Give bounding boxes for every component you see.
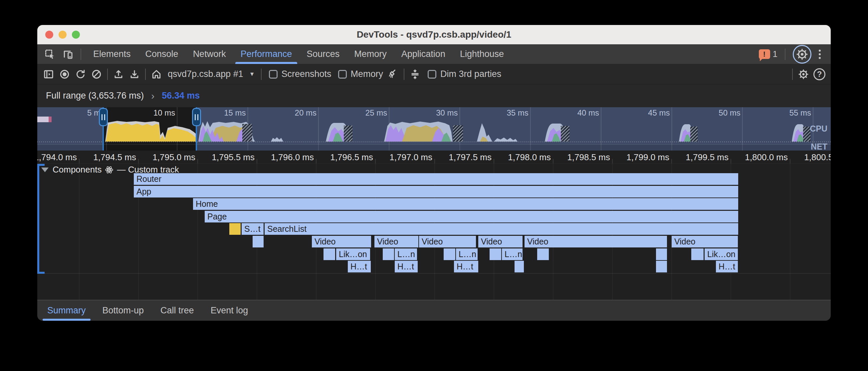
minimize-window-button[interactable] bbox=[59, 31, 67, 39]
clear-icon[interactable] bbox=[89, 66, 104, 82]
tab-lighthouse[interactable]: Lighthouse bbox=[453, 44, 511, 64]
bottom-tab-event-log[interactable]: Event log bbox=[205, 301, 254, 321]
flame-bar[interactable] bbox=[490, 249, 501, 260]
flame-bar[interactable] bbox=[537, 249, 549, 260]
flame-bar-label: Home bbox=[193, 198, 738, 210]
flame-bar-label: L…n bbox=[395, 249, 417, 260]
issues-icon: ! bbox=[759, 49, 770, 59]
cpu-track-label: CPU bbox=[810, 124, 827, 134]
flame-bar[interactable] bbox=[253, 236, 264, 248]
net-track-label: NET bbox=[811, 142, 827, 150]
bottom-tab-summary[interactable]: Summary bbox=[42, 301, 91, 321]
home-icon[interactable] bbox=[149, 66, 164, 82]
help-icon[interactable]: ? bbox=[811, 66, 827, 82]
flame-bar-label: H…t bbox=[716, 261, 738, 273]
bottom-tab-call-tree[interactable]: Call tree bbox=[155, 301, 199, 321]
breadcrumb-full-range[interactable]: Full range (3,653.76 ms) bbox=[46, 91, 144, 101]
issues-count: 1 bbox=[773, 49, 777, 59]
close-window-button[interactable] bbox=[45, 31, 53, 39]
flame-bar[interactable] bbox=[229, 223, 241, 235]
flame-bar[interactable] bbox=[515, 261, 524, 273]
issues-badge[interactable]: ! 1 bbox=[759, 49, 777, 59]
flame-bar[interactable] bbox=[691, 249, 704, 260]
divider bbox=[785, 49, 785, 60]
tab-elements[interactable]: Elements bbox=[86, 44, 138, 64]
breadcrumb-selected-range[interactable]: 56.34 ms bbox=[162, 91, 200, 101]
grid-column bbox=[79, 164, 80, 300]
flame-bar-label: L…n bbox=[456, 249, 477, 260]
flame-bar-app[interactable]: App bbox=[134, 186, 738, 198]
flame-bar-video[interactable]: Video bbox=[525, 236, 667, 248]
selection-right-grip[interactable] bbox=[192, 108, 201, 126]
flame-bar[interactable] bbox=[656, 261, 667, 273]
download-profile-icon[interactable] bbox=[126, 66, 143, 82]
chevron-right-icon: › bbox=[151, 90, 154, 102]
flame-bar-ln[interactable]: L…n bbox=[502, 249, 523, 260]
chevron-down-icon: ▼ bbox=[249, 71, 255, 78]
flame-bar[interactable] bbox=[656, 249, 667, 260]
track-bottom-line bbox=[37, 273, 831, 274]
settings-button[interactable] bbox=[793, 45, 811, 64]
grid-column bbox=[790, 164, 790, 300]
minimap[interactable]: CPU NET 5 ms10 ms15 ms20 ms25 ms30 ms35 … bbox=[37, 107, 831, 150]
flame-bar-label: Video bbox=[419, 236, 476, 248]
divider bbox=[792, 68, 793, 80]
flame-bar-video[interactable]: Video bbox=[419, 236, 476, 248]
tab-bar-left-icons bbox=[37, 44, 84, 64]
target-selector[interactable]: qsvd7p.csb.app #1 ▼ bbox=[164, 69, 258, 79]
flame-bar-likon[interactable]: Lik…on bbox=[705, 249, 738, 260]
cpu-overview-chart bbox=[37, 107, 831, 150]
more-options-icon[interactable] bbox=[816, 50, 824, 59]
collapse-triangle-icon[interactable] bbox=[41, 168, 49, 172]
tab-console[interactable]: Console bbox=[138, 44, 186, 64]
divider bbox=[404, 68, 404, 80]
upload-profile-icon[interactable] bbox=[111, 66, 126, 82]
reload-and-record-icon[interactable] bbox=[72, 66, 89, 82]
flame-bar-ln[interactable]: L…n bbox=[456, 249, 477, 260]
flame-bar-video[interactable]: Video bbox=[312, 236, 371, 248]
react-atom-icon bbox=[105, 166, 114, 174]
flame-bar-ht[interactable]: H…t bbox=[348, 261, 371, 273]
flame-bar-searchlist[interactable]: SearchList bbox=[265, 223, 738, 235]
tab-application[interactable]: Application bbox=[394, 44, 453, 64]
flame-bar-likon[interactable]: Lik…on bbox=[336, 249, 370, 260]
flame-bar-video[interactable]: Video bbox=[374, 236, 418, 248]
flame-bar-home[interactable]: Home bbox=[193, 198, 738, 210]
flame-bar-label: Page bbox=[205, 211, 738, 223]
bottom-tab-bottom-up[interactable]: Bottom-up bbox=[97, 301, 149, 321]
capture-settings-gear-icon[interactable] bbox=[796, 66, 811, 82]
inspect-element-icon[interactable] bbox=[42, 47, 58, 62]
device-toolbar-icon[interactable] bbox=[60, 47, 76, 62]
performance-toolbar: qsvd7p.csb.app #1 ▼ Screenshots Memory bbox=[37, 64, 831, 84]
tab-network[interactable]: Network bbox=[186, 44, 233, 64]
flame-bar-ht[interactable]: H…t bbox=[454, 261, 478, 273]
toggle-sidebar-icon[interactable] bbox=[41, 66, 57, 82]
flame-bar[interactable] bbox=[323, 249, 335, 260]
flame-bar[interactable] bbox=[383, 249, 394, 260]
tab-performance[interactable]: Performance bbox=[233, 44, 300, 64]
flame-bar[interactable] bbox=[444, 249, 455, 260]
flame-bar-page[interactable]: Page bbox=[205, 211, 738, 223]
flame-bar-label: H…t bbox=[454, 261, 478, 273]
flame-bar-ht[interactable]: H…t bbox=[716, 261, 738, 273]
garbage-collect-icon[interactable] bbox=[385, 66, 401, 82]
zoom-window-button[interactable] bbox=[72, 31, 80, 39]
flame-bar-ht[interactable]: H…t bbox=[395, 261, 418, 273]
active-bottom-tab-underline bbox=[42, 319, 91, 321]
screenshots-checkbox[interactable] bbox=[269, 70, 278, 79]
flame-chart[interactable]: Components — Custom track RouterAppHomeP… bbox=[37, 164, 831, 300]
tab-sources[interactable]: Sources bbox=[299, 44, 347, 64]
selection-left-grip[interactable] bbox=[99, 108, 108, 126]
flame-bar-router[interactable]: Router bbox=[134, 173, 738, 185]
dim-3rd-parties-checkbox[interactable] bbox=[428, 70, 436, 79]
flame-bar-label: Video bbox=[374, 236, 418, 248]
tab-memory[interactable]: Memory bbox=[347, 44, 394, 64]
flame-bar-st[interactable]: S…t bbox=[242, 223, 264, 235]
record-icon[interactable] bbox=[57, 66, 72, 82]
flame-bar-video[interactable]: Video bbox=[672, 236, 738, 248]
collapse-sections-icon[interactable] bbox=[407, 66, 423, 82]
flame-bar-video[interactable]: Video bbox=[478, 236, 523, 248]
memory-checkbox[interactable] bbox=[338, 70, 347, 79]
flame-bar-ln[interactable]: L…n bbox=[395, 249, 417, 260]
flame-bar-label: H…t bbox=[395, 261, 418, 273]
